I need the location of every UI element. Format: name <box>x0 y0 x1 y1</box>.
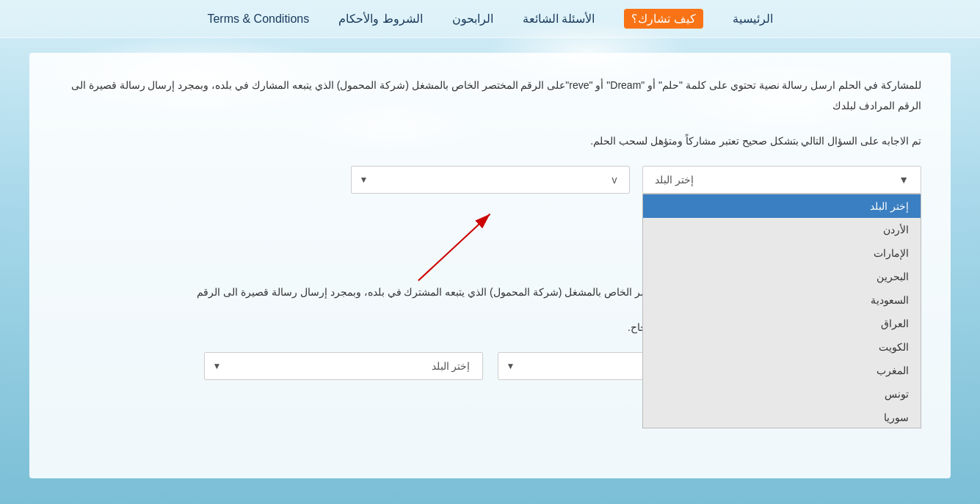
country-option-iraq[interactable]: العراق <box>643 312 921 335</box>
country-dropdown-container: ▼ إختر البلد إختر البلد الأردن الإمارات … <box>642 166 921 194</box>
section1-desc1: للمشاركة في الحلم ارسل رسالة نصية تحتوي … <box>59 75 921 116</box>
svg-line-1 <box>418 214 490 281</box>
section-1: للمشاركة في الحلم ارسل رسالة نصية تحتوي … <box>59 75 921 194</box>
main-nav: الرئيسية كيف تشارك؟ الأسئلة الشائعة الرا… <box>0 0 980 38</box>
country-option-uae[interactable]: الإمارات <box>643 241 921 265</box>
country-option-syria[interactable]: سوريا <box>643 406 921 428</box>
country-option-tunisia[interactable]: تونس <box>643 382 921 406</box>
nav-terms-en[interactable]: Terms & Conditions <box>207 12 309 26</box>
country-dropdown-arrow-icon: ▼ <box>899 174 909 186</box>
country-dropdown-trigger[interactable]: ▼ إختر البلد <box>642 166 921 194</box>
country-option-select[interactable]: إختر البلد <box>643 194 921 218</box>
operator-dropdown-wrapper: v ▼ <box>351 166 630 194</box>
section2-country-dropdown[interactable]: إختر البلد <box>204 352 483 380</box>
country-list: إختر البلد الأردن الإمارات البحرين السعو… <box>642 194 921 428</box>
nav-home[interactable]: الرئيسية <box>733 12 773 26</box>
content-area: للمشاركة في الحلم ارسل رسالة نصية تحتوي … <box>29 53 951 478</box>
country-option-saudi[interactable]: السعودية <box>643 288 921 312</box>
operator-dropdown[interactable]: v <box>351 166 630 194</box>
country-option-morocco[interactable]: المغرب <box>643 359 921 382</box>
country-option-kuwait[interactable]: الكويت <box>643 335 921 359</box>
section2-country-dropdown-wrapper: إختر البلد ▼ <box>204 352 483 380</box>
nav-winners[interactable]: الرابحون <box>452 12 493 26</box>
country-option-jordan[interactable]: الأردن <box>643 218 921 241</box>
nav-faq[interactable]: الأسئلة الشائعة <box>523 12 595 26</box>
nav-terms-ar[interactable]: الشروط والأحكام <box>338 12 422 26</box>
country-dropdown-label: إختر البلد <box>655 174 694 186</box>
section1-dropdown-row: v ▼ ▼ إختر البلد إختر البلد الأردن <box>59 166 921 194</box>
country-option-bahrain[interactable]: البحرين <box>643 265 921 288</box>
nav-how[interactable]: كيف تشارك؟ <box>624 9 703 29</box>
section1-desc2: تم الاجابه على السؤال التالي بتشكل صحيح … <box>59 131 921 151</box>
